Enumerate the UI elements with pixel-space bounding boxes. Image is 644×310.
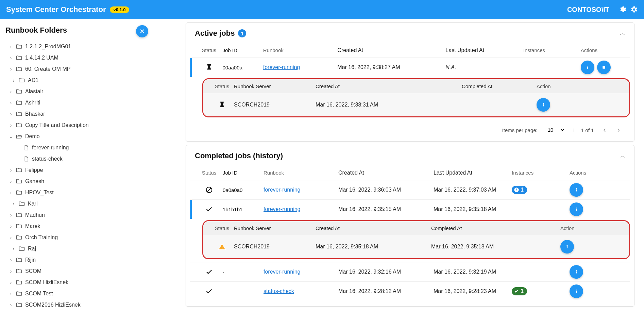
pager-next-button[interactable]: ›: [615, 126, 622, 134]
tree-item[interactable]: ›HPOV_Test: [5, 187, 156, 198]
tree-item[interactable]: ›SCOM HizliEsnek: [5, 277, 156, 288]
sub-row: SCORCH2019 Mar 16, 2022, 9:35:18 AM Mar …: [203, 235, 629, 258]
table-row[interactable]: 0a0a0a0 forever-running Mar 16, 2022, 9:…: [190, 180, 630, 199]
runbook-cell: forever-running: [264, 187, 338, 193]
status-cell: [196, 268, 223, 276]
info-button[interactable]: [570, 265, 583, 279]
svg-rect-12: [576, 209, 577, 211]
pager-select[interactable]: 10: [545, 126, 565, 134]
gear-icon[interactable]: [630, 6, 638, 13]
settings-alt-icon[interactable]: [619, 6, 626, 13]
tree-item[interactable]: ›Karl: [5, 198, 156, 209]
user-label: CONTOSO\IT: [567, 6, 609, 14]
created-cell: Mar 16, 2022, 9:38:27 AM: [337, 64, 445, 70]
status-cell: [210, 101, 234, 109]
status-cell: [196, 186, 223, 194]
tree-item[interactable]: ›Rijin: [5, 254, 156, 265]
info-button[interactable]: [537, 98, 550, 112]
tree-label: Orch Training: [25, 234, 58, 241]
tree-item[interactable]: ›SCOM Test: [5, 288, 156, 299]
table-row[interactable]: status-check Mar 16, 2022, 9:28:12 AM Ma…: [190, 281, 630, 301]
sidebar-close-button[interactable]: [136, 25, 148, 37]
chevron-icon: ›: [7, 291, 14, 296]
chevron-icon: ›: [7, 190, 14, 195]
tree-item[interactable]: ›Copy Title and Description: [5, 119, 156, 131]
tree-item[interactable]: ›SCOM: [5, 265, 156, 277]
svg-point-13: [567, 245, 568, 246]
pager-prev-button[interactable]: ‹: [601, 126, 608, 134]
actions-cell: [570, 265, 614, 279]
subcol-created: Created At: [316, 225, 431, 231]
tree-item[interactable]: forever-running: [5, 142, 156, 153]
tree-item[interactable]: ›Ganesh: [5, 176, 156, 187]
svg-point-0: [587, 66, 588, 67]
created-cell: Mar 16, 2022, 9:38:31 AM: [316, 102, 462, 108]
created-cell: Mar 16, 2022, 9:35:18 AM: [316, 244, 431, 250]
table-row[interactable]: 1b1b1b1 forever-running Mar 16, 2022, 9:…: [190, 199, 630, 219]
tree-item[interactable]: ›SCOM2016 HizliEsnek: [5, 299, 156, 310]
stop-button[interactable]: [597, 61, 611, 74]
tree-label: 1.2.1.2_ProdMG01: [25, 44, 71, 50]
tree-label: Bhaskar: [25, 111, 45, 117]
tree-item[interactable]: status-check: [5, 153, 156, 164]
info-button[interactable]: [560, 240, 574, 254]
server-cell: SCORCH2019: [234, 244, 316, 250]
created-cell: Mar 16, 2022, 9:28:12 AM: [338, 288, 434, 294]
pager-range: 1 – 1 of 1: [573, 127, 594, 133]
runbook-link[interactable]: forever-running: [263, 64, 300, 70]
active-jobs-header[interactable]: Active jobs 1 ︿: [186, 23, 634, 44]
col-instances: Instances: [523, 47, 581, 53]
info-button[interactable]: [570, 284, 583, 298]
tree-item[interactable]: ⌄Demo: [5, 131, 156, 142]
chevron-icon: ›: [10, 201, 17, 207]
actions-cell: [570, 183, 614, 197]
tree-item[interactable]: ›60. Create OM MP: [5, 63, 156, 75]
tree-label: Raj: [28, 246, 36, 252]
info-button[interactable]: [581, 61, 594, 74]
chevron-icon: ›: [7, 66, 14, 72]
active-table-header: Status Job ID Runbook Created At Last Up…: [190, 44, 630, 58]
tree-label: AD1: [28, 77, 38, 83]
tree-label: Marek: [25, 223, 40, 229]
tree-item[interactable]: ›Raj: [5, 243, 156, 254]
chevron-icon: ›: [7, 212, 14, 218]
folder-tree: ›1.2.1.2_ProdMG01›1.4.14.2 UAM›60. Creat…: [5, 41, 156, 310]
col-jobid: Job ID: [223, 170, 264, 176]
tree-label: 60. Create OM MP: [25, 66, 70, 72]
tree-item[interactable]: ›1.2.1.2_ProdMG01: [5, 41, 156, 52]
runbook-cell: status-check: [264, 288, 338, 294]
runbook-link[interactable]: forever-running: [264, 187, 301, 193]
tree-item[interactable]: ›AD1: [5, 75, 156, 86]
tree-label: Copy Title and Description: [25, 122, 89, 128]
tree-item[interactable]: ›Alastair: [5, 86, 156, 97]
table-row[interactable]: 00aa00a forever-running Mar 16, 2022, 9:…: [190, 58, 630, 77]
tree-item[interactable]: ›Ashriti: [5, 97, 156, 108]
subcol-server: Runbook Server: [234, 225, 316, 231]
active-pager: Items per page: 10 1 – 1 of 1 ‹ ›: [190, 120, 630, 136]
tree-item[interactable]: ›Marek: [5, 221, 156, 232]
info-button[interactable]: [570, 202, 583, 216]
runbook-link[interactable]: forever-running: [264, 206, 301, 212]
tree-item[interactable]: ›Felippe: [5, 164, 156, 176]
tree-item[interactable]: ›Orch Training: [5, 232, 156, 243]
runbook-link[interactable]: forever-running: [264, 269, 301, 275]
table-row[interactable]: · forever-running Mar 16, 2022, 9:32:16 …: [190, 262, 630, 281]
subcol-action: Action: [560, 225, 601, 231]
server-cell: SCORCH2019: [234, 102, 316, 108]
runbook-link[interactable]: status-check: [264, 288, 294, 294]
col-jobid: Job ID: [223, 47, 263, 53]
subcol-server: Runbook Server: [234, 83, 316, 89]
status-cell: [210, 243, 234, 250]
completed-jobs-header[interactable]: Completed jobs (history) ︿: [186, 145, 634, 166]
jobid-cell: 0a0a0a0: [223, 187, 264, 193]
tree-item[interactable]: ›Madhuri: [5, 209, 156, 221]
tree-item[interactable]: ›1.4.14.2 UAM: [5, 52, 156, 63]
main-content: Active jobs 1 ︿ Status Job ID Runbook Cr…: [158, 19, 644, 310]
info-button[interactable]: [570, 183, 583, 197]
col-updated: Last Updated At: [434, 170, 512, 176]
tree-item[interactable]: ›Bhaskar: [5, 108, 156, 119]
close-icon: [139, 28, 145, 34]
updated-cell: Mar 16, 2022, 9:32:19 AM: [434, 269, 512, 275]
chevron-icon: ›: [10, 246, 17, 251]
svg-rect-1: [587, 67, 588, 69]
